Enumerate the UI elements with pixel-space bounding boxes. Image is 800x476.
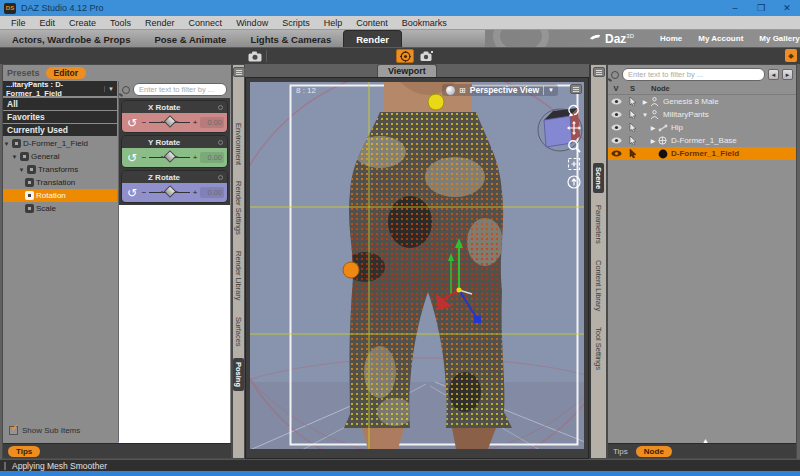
show-sub-items-checkbox[interactable]: ✔ Show Sub Items bbox=[9, 426, 80, 435]
eye-icon[interactable] bbox=[608, 98, 624, 105]
menu-connect[interactable]: Connect bbox=[182, 18, 230, 28]
tree-item-scale[interactable]: Scale bbox=[3, 202, 117, 215]
scene-node-hip[interactable]: ▶ Hip bbox=[608, 121, 796, 134]
select-cursor-icon[interactable] bbox=[624, 123, 641, 132]
decrement-button[interactable]: − bbox=[141, 153, 147, 162]
parameter-filter-input[interactable] bbox=[133, 83, 227, 96]
eye-icon[interactable] bbox=[608, 111, 624, 118]
tab-parameters[interactable]: Parameters bbox=[593, 201, 604, 248]
pan-tool-icon[interactable] bbox=[566, 120, 581, 135]
link-my-account[interactable]: My Account bbox=[698, 34, 743, 43]
viewport-tab[interactable]: Viewport bbox=[377, 64, 437, 77]
view-selector[interactable]: ⊞ Perspective View ▼ bbox=[442, 84, 558, 96]
checkbox-checked-icon[interactable]: ✔ bbox=[9, 426, 18, 435]
menu-render[interactable]: Render bbox=[138, 18, 182, 28]
expander-icon[interactable]: ▼ bbox=[11, 154, 18, 160]
tree-item-rotation[interactable]: Rotation bbox=[3, 189, 117, 202]
walk-tool-icon[interactable] bbox=[566, 174, 581, 189]
tab-pose-animate[interactable]: Pose & Animate bbox=[142, 30, 238, 47]
slider-handle[interactable] bbox=[163, 150, 176, 163]
tab-surfaces[interactable]: Surfaces bbox=[233, 313, 244, 351]
menu-content[interactable]: Content bbox=[349, 18, 395, 28]
minimize-button[interactable]: – bbox=[722, 0, 748, 16]
tab-posing[interactable]: Posing bbox=[233, 358, 244, 391]
slider-handle[interactable] bbox=[163, 115, 176, 128]
slider-track[interactable] bbox=[149, 192, 190, 193]
zoom-tool-icon[interactable] bbox=[566, 138, 581, 153]
menu-tools[interactable]: Tools bbox=[103, 18, 138, 28]
daz-corner-icon[interactable]: ◆ bbox=[785, 49, 797, 62]
scope-dropdown[interactable]: ...itaryPants : D-Former_1_Field ▼ bbox=[3, 81, 117, 96]
editor-tab[interactable]: Editor bbox=[46, 67, 87, 79]
x-rotate-slider[interactable]: X Rotate ↺ − + 0.00 bbox=[121, 100, 228, 133]
scene-filter-input[interactable] bbox=[622, 68, 765, 81]
expander-icon[interactable]: ▶ bbox=[641, 98, 649, 105]
increment-button[interactable]: + bbox=[192, 153, 198, 162]
maximize-button[interactable]: ❒ bbox=[748, 0, 774, 16]
tree-item-general[interactable]: ▼ General bbox=[3, 150, 117, 163]
node-button[interactable]: Node bbox=[636, 446, 672, 457]
slider-value[interactable]: 0.00 bbox=[200, 187, 224, 198]
viewport-3d-canvas[interactable]: 8 : 12 ⊞ Perspective View ▼ bbox=[250, 82, 584, 449]
spot-render-button[interactable] bbox=[418, 49, 436, 63]
tab-render-settings[interactable]: Render Settings bbox=[233, 177, 244, 239]
panel-menu-icon[interactable] bbox=[593, 67, 605, 77]
y-rotate-slider[interactable]: Y Rotate ↺ − + 0.00 bbox=[121, 135, 228, 168]
eye-icon[interactable] bbox=[608, 124, 624, 131]
link-my-gallery[interactable]: My Gallery bbox=[759, 34, 799, 43]
close-button[interactable]: ✕ bbox=[774, 0, 800, 16]
chevron-down-icon[interactable]: ▼ bbox=[548, 87, 554, 93]
expander-icon[interactable]: ▼ bbox=[641, 112, 649, 118]
orbit-tool-icon[interactable] bbox=[566, 102, 581, 117]
tab-render[interactable]: Render bbox=[343, 30, 402, 47]
tab-environment[interactable]: Environment bbox=[233, 119, 244, 169]
tab-scene[interactable]: Scene bbox=[593, 163, 604, 193]
column-selectability[interactable]: S bbox=[624, 84, 641, 94]
slider-track[interactable] bbox=[149, 157, 190, 158]
menu-scripts[interactable]: Scripts bbox=[275, 18, 317, 28]
scene-node-dformer-base[interactable]: ▶ D-Former_1_Base bbox=[608, 134, 796, 147]
panel-menu-icon[interactable] bbox=[233, 67, 245, 77]
scene-node-militarypants[interactable]: ▼ MilitaryPants bbox=[608, 108, 796, 121]
scene-node-genesis8male[interactable]: ▶ Genesis 8 Male bbox=[608, 95, 796, 108]
slider-value[interactable]: 0.00 bbox=[200, 152, 224, 163]
tab-content-library[interactable]: Content Library bbox=[593, 256, 604, 315]
expander-icon[interactable]: ▶ bbox=[649, 137, 657, 144]
next-match-button[interactable]: ► bbox=[782, 69, 793, 80]
camera-button[interactable] bbox=[246, 49, 264, 63]
lock-icon[interactable] bbox=[218, 140, 223, 145]
render-button[interactable] bbox=[396, 49, 414, 63]
menu-bookmarks[interactable]: Bookmarks bbox=[395, 18, 454, 28]
list-item-favorites[interactable]: Favorites bbox=[3, 111, 117, 123]
increment-button[interactable]: + bbox=[192, 118, 198, 127]
list-item-all[interactable]: All bbox=[3, 98, 117, 110]
eye-icon[interactable] bbox=[608, 150, 624, 157]
menu-file[interactable]: File bbox=[4, 18, 33, 28]
expander-icon[interactable]: ▼ bbox=[18, 167, 25, 173]
viewport-options-icon[interactable] bbox=[570, 84, 582, 94]
select-cursor-icon[interactable] bbox=[624, 110, 641, 119]
lock-icon[interactable] bbox=[218, 175, 223, 180]
column-node[interactable]: Node bbox=[641, 84, 670, 94]
expander-icon[interactable]: ▶ bbox=[649, 124, 657, 131]
slider-handle[interactable] bbox=[163, 185, 176, 198]
expander-icon[interactable]: ▼ bbox=[3, 141, 10, 147]
tab-actors-wardrobe-props[interactable]: Actors, Wardrobe & Props bbox=[0, 30, 142, 47]
select-cursor-icon[interactable] bbox=[624, 149, 641, 158]
decrement-button[interactable]: − bbox=[141, 188, 147, 197]
column-visibility[interactable]: V bbox=[608, 84, 624, 94]
tree-item-dformer-field[interactable]: ▼ D-Former_1_Field bbox=[3, 137, 117, 150]
eye-icon[interactable] bbox=[608, 137, 624, 144]
tips-button[interactable]: Tips bbox=[8, 446, 40, 457]
decrement-button[interactable]: − bbox=[141, 118, 147, 127]
frame-tool-icon[interactable] bbox=[566, 156, 581, 171]
splitter-handle[interactable]: ▲ bbox=[117, 438, 124, 444]
splitter-handle[interactable]: ▲ bbox=[702, 438, 709, 444]
menu-edit[interactable]: Edit bbox=[33, 18, 63, 28]
tips-button[interactable]: Tips bbox=[613, 447, 628, 456]
slider-track[interactable] bbox=[149, 122, 190, 123]
tab-tool-settings[interactable]: Tool Settings bbox=[593, 323, 604, 374]
lock-icon[interactable] bbox=[218, 105, 223, 110]
increment-button[interactable]: + bbox=[192, 188, 198, 197]
daz3d-logo[interactable]: Daz 3D bbox=[589, 32, 634, 46]
